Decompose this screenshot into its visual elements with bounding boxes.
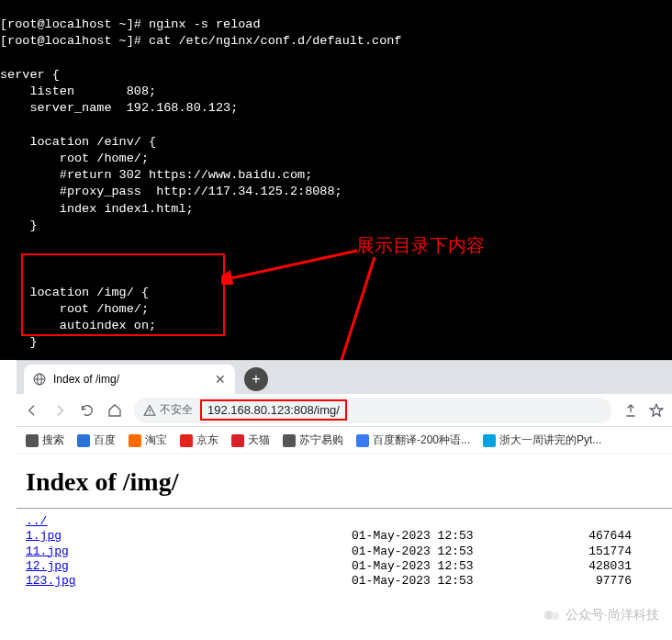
insecure-label: 不安全	[160, 402, 193, 418]
bookmark-label: 百度	[94, 432, 116, 448]
page-heading: Index of /img/	[26, 467, 663, 497]
bookmark-label: 搜索	[42, 432, 64, 448]
file-size: 97776	[558, 574, 632, 589]
bookmark-item[interactable]: 苏宁易购	[283, 432, 343, 448]
parent-dir-link[interactable]: ../	[26, 514, 47, 528]
new-tab-button[interactable]: +	[244, 367, 268, 391]
file-size: 428031	[558, 559, 632, 574]
bookmark-item[interactable]: 天猫	[231, 432, 270, 448]
file-date: 01-May-2023 12:53	[352, 559, 558, 574]
file-date: 01-May-2023 12:53	[352, 545, 558, 559]
insecure-warning: 不安全	[143, 402, 193, 418]
address-bar[interactable]: 不安全 192.168.80.123:808/img/	[134, 398, 611, 423]
bookmarks-bar: 搜索百度淘宝京东天猫苏宁易购百度翻译-200种语...浙大一周讲完的Pyt...	[17, 427, 672, 455]
bookmark-item[interactable]: 百度	[77, 432, 116, 448]
url-text: 192.168.80.123:808/img/	[200, 399, 347, 421]
terminal-prompt-line: [root@localhost ~]# nginx -s reload	[0, 17, 672, 33]
bookmark-favicon	[283, 434, 296, 447]
file-size: 467644	[558, 529, 632, 544]
bookmark-label: 苏宁易购	[299, 432, 343, 448]
browser-toolbar: 不安全 192.168.80.123:808/img/	[17, 394, 672, 427]
file-link[interactable]: 11.jpg	[26, 545, 69, 558]
bookmark-favicon	[129, 434, 141, 447]
file-link[interactable]: 1.jpg	[26, 529, 62, 543]
bookmark-favicon	[77, 434, 90, 447]
warning-triangle-icon	[143, 404, 156, 417]
bookmark-favicon	[483, 434, 496, 447]
reload-button[interactable]	[79, 402, 95, 419]
tab-title: Index of /img/	[53, 373, 207, 386]
share-button[interactable]	[622, 402, 639, 419]
browser-window: Index of /img/ ✕ + 不安全 192.168.80.123:80…	[17, 360, 672, 640]
location-img-highlight	[21, 253, 225, 336]
terminal-prompt-line: [root@localhost ~]# cat /etc/nginx/conf.…	[0, 33, 672, 50]
bookmark-label: 淘宝	[145, 432, 167, 448]
directory-listing: ../ 1.jpg01-May-2023 12:5346764411.jpg01…	[26, 514, 672, 589]
file-date: 01-May-2023 12:53	[352, 529, 558, 544]
list-item: 123.jpg01-May-2023 12:5397776	[26, 574, 672, 589]
terminal-window: [root@localhost ~]# nginx -s reload[root…	[0, 0, 672, 360]
list-item: 11.jpg01-May-2023 12:53151774	[26, 545, 672, 559]
tab-close-icon[interactable]: ✕	[215, 372, 226, 387]
list-item: 1.jpg01-May-2023 12:53467644	[26, 529, 672, 544]
watermark: 公众号·尚洋科技	[543, 607, 659, 623]
file-link[interactable]: 123.jpg	[26, 574, 76, 588]
bookmark-favicon	[180, 434, 193, 447]
forward-button[interactable]	[51, 402, 68, 419]
bookmark-label: 百度翻译-200种语...	[373, 432, 470, 448]
file-size: 151774	[558, 545, 632, 559]
home-button[interactable]	[106, 402, 123, 419]
bookmark-item[interactable]: 淘宝	[129, 432, 167, 448]
bookmark-item[interactable]: 浙大一周讲完的Pyt...	[483, 432, 601, 448]
list-item: 12.jpg01-May-2023 12:53428031	[26, 559, 672, 574]
bookmark-label: 天猫	[248, 432, 270, 448]
back-button[interactable]	[24, 402, 40, 419]
bookmark-item[interactable]: 京东	[180, 432, 218, 448]
file-date: 01-May-2023 12:53	[352, 574, 558, 589]
watermark-text: 公众号·尚洋科技	[566, 607, 659, 623]
bookmark-star-button[interactable]	[648, 402, 665, 419]
bookmark-label: 京东	[196, 432, 218, 448]
divider	[17, 508, 672, 509]
page-content: Index of /img/ ../ 1.jpg01-May-2023 12:5…	[17, 455, 672, 589]
bookmark-favicon	[26, 434, 39, 447]
bookmark-label: 浙大一周讲完的Pyt...	[499, 432, 601, 448]
tab-strip: Index of /img/ ✕ +	[17, 361, 672, 394]
wechat-icon	[543, 610, 562, 621]
bookmark-favicon	[356, 434, 369, 447]
svg-point-8	[552, 612, 559, 620]
svg-point-6	[149, 412, 150, 413]
bookmark-item[interactable]: 百度翻译-200种语...	[356, 432, 470, 448]
globe-icon	[33, 373, 46, 386]
browser-tab[interactable]: Index of /img/ ✕	[24, 365, 235, 394]
bookmark-favicon	[231, 434, 244, 447]
file-link[interactable]: 12.jpg	[26, 559, 69, 573]
bookmark-item[interactable]: 搜索	[26, 432, 64, 448]
annotation-label: 展示目录下内容	[356, 233, 485, 258]
